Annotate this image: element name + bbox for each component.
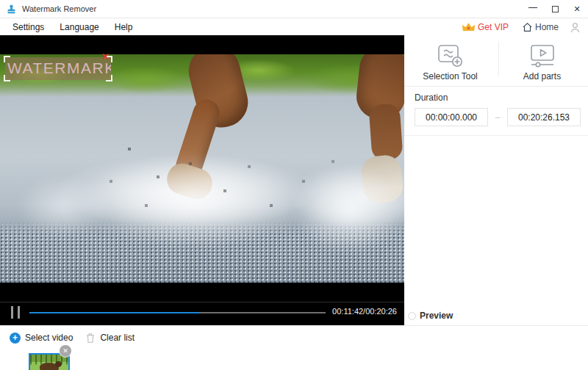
app-logo-stamp-icon [6,4,17,15]
duration-end-input[interactable]: 00:20:26.153 [507,108,581,126]
remove-video-icon[interactable]: ✕ [60,345,71,357]
tools-section: Selection Tool Add parts [404,35,588,87]
preview-toggle[interactable]: Preview [408,311,453,321]
close-button[interactable]: ✕ [566,0,588,18]
pause-icon [18,306,20,319]
selection-corner-handle[interactable] [4,56,10,62]
get-vip-label: Get VIP [478,22,509,32]
maximize-icon [552,6,559,12]
controls-divider [0,302,404,302]
selection-tool-label: Selection Tool [423,71,478,81]
side-panel: Selection Tool Add parts Duration 00:0 [404,35,588,325]
dust-cloud [16,175,112,238]
crown-icon [462,22,476,33]
video-frame[interactable] [0,54,404,283]
duration-start-input[interactable]: 00:00:00.000 [415,108,488,126]
watermark-remover-window: Watermark Remover — ✕ Settings Language … [0,0,588,370]
title-bar: Watermark Remover — ✕ [0,0,588,18]
preview-radio-icon[interactable] [408,312,416,320]
duration-row: 00:00:00.000 – 00:20:26.153 [415,108,588,126]
dust-cloud [293,168,404,253]
dust-cloud [77,156,309,247]
add-parts-label: Add parts [523,71,561,81]
menu-right-group: Get VIP Home [462,21,581,34]
pause-icon [11,306,13,319]
footer: + Select video Clear list ✕ [0,325,588,370]
watermark-text: WATERMARK [5,57,111,79]
window-title: Watermark Remover [22,4,96,13]
selection-tool-button[interactable]: Selection Tool [404,35,496,86]
menu-settings[interactable]: Settings [10,22,47,32]
menu-bar: Settings Language Help Get VIP Home [0,19,588,35]
pause-button[interactable] [11,306,21,319]
selection-corner-handle[interactable] [106,75,112,81]
close-icon: ✕ [573,4,580,14]
clear-list-button[interactable]: Clear list [85,332,135,344]
bear-image [40,363,59,370]
minimize-button[interactable]: — [522,0,544,18]
select-video-button[interactable]: Select video [25,333,73,343]
account-button[interactable] [569,21,581,34]
duration-label: Duration [415,92,588,103]
house-icon [521,21,534,33]
add-parts-icon [528,43,557,68]
selection-corner-handle[interactable] [4,75,10,81]
home-button[interactable]: Home [521,21,559,33]
preview-label: Preview [420,311,453,321]
remove-selection-icon[interactable]: ✕ [101,52,110,62]
duration-section: Duration 00:00:00.000 – 00:20:26.153 [404,87,588,136]
video-player-panel: WATERMARK ✕ 00:11:42/00:20:26 [0,35,404,325]
menu-help[interactable]: Help [112,22,136,32]
window-controls: — ✕ [522,0,588,18]
add-parts-button[interactable]: Add parts [496,35,588,86]
home-label: Home [535,22,559,32]
maximize-button[interactable] [544,0,566,18]
add-icon: + [10,333,21,344]
tools-divider [498,41,499,76]
time-display: 00:11:42/00:20:26 [332,307,397,316]
duration-range-separator: – [488,112,507,123]
progress-bar[interactable] [29,312,326,313]
footer-actions: + Select video Clear list [0,326,588,344]
selection-tool-icon [436,43,465,68]
clear-list-label: Clear list [100,333,135,343]
watermark-selection-box[interactable]: WATERMARK ✕ [5,57,111,80]
person-icon [569,21,581,34]
side-panel-spacer [404,136,588,325]
trash-icon [85,332,96,344]
get-vip-button[interactable]: Get VIP [462,22,509,33]
progress-fill [29,312,199,313]
minimize-icon: — [528,2,537,12]
gravel-debris [0,54,1,56]
main-area: WATERMARK ✕ 00:11:42/00:20:26 [0,35,588,325]
menu-language[interactable]: Language [57,22,101,32]
horse-leg-right-shin [368,104,403,162]
